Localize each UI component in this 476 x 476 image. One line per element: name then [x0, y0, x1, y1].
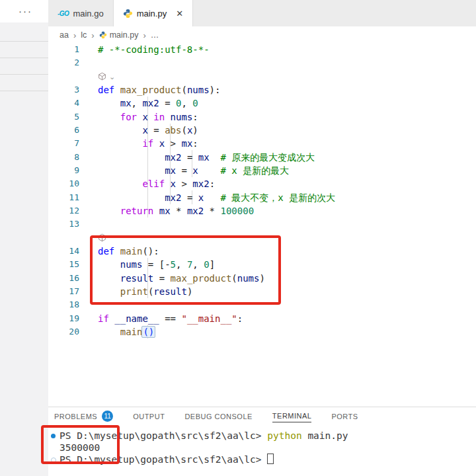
go-file-icon: -GO	[58, 10, 69, 17]
matched-bracket: ()	[141, 326, 155, 338]
code-line[interactable]: 8 mx2 = mx # 原来的最大变成次大	[48, 151, 476, 164]
code-line[interactable]: 1# -*-coding:utf-8-*-	[48, 44, 476, 56]
line-number: 19	[48, 312, 98, 325]
breadcrumb-label: main.py	[110, 30, 139, 40]
code-line[interactable]: 5 for x in nums:	[48, 110, 476, 124]
line-number: 10	[48, 177, 98, 190]
line-number: 11	[48, 191, 98, 204]
panel-tab-label: PROBLEMS	[54, 413, 97, 420]
panel-tab-terminal[interactable]: TERMINAL	[272, 412, 312, 422]
panel-tab-debug-console[interactable]: DEBUG CONSOLE	[184, 413, 252, 422]
code-line[interactable]: 12 return mx * mx2 * 100000	[48, 204, 476, 218]
problems-count-badge: 11	[102, 411, 113, 422]
line-number: 2	[48, 56, 98, 69]
annotation-box-main-function	[90, 235, 281, 305]
tab-label: main.go	[73, 9, 103, 19]
line-number: 3	[48, 83, 98, 97]
breadcrumb-item-more[interactable]: …	[151, 30, 159, 40]
line-number: 20	[48, 325, 98, 338]
line-number: 1	[48, 44, 98, 56]
sidebar-divider	[0, 91, 48, 91]
code-line[interactable]: 9 mx = x # x 是新的最大	[48, 164, 476, 177]
line-number: 6	[48, 124, 98, 137]
code-line[interactable]: 20 main()	[48, 325, 476, 338]
sidebar-divider	[0, 41, 48, 42]
panel-tab-output[interactable]: OUTPUT	[133, 413, 165, 422]
code-line[interactable]: 6 x = abs(x)	[48, 124, 476, 137]
terminal-command: python	[267, 430, 307, 441]
python-file-icon	[99, 31, 107, 39]
breadcrumb-item-mainpy[interactable]: main.py	[99, 30, 139, 40]
line-number: 13	[48, 218, 98, 231]
close-icon[interactable]: ✕	[176, 9, 183, 19]
line-number: 8	[48, 151, 98, 164]
code-line[interactable]: 11 mx2 = x # 最大不变，x 是新的次大	[48, 191, 476, 204]
more-actions-icon[interactable]: ···	[19, 5, 32, 17]
tab-label: main.py	[137, 9, 167, 19]
breadcrumb-separator: ›	[73, 30, 76, 40]
line-number: 4	[48, 97, 98, 110]
code-editor[interactable]: 1# -*-coding:utf-8-*-2⌄3def max_product(…	[48, 44, 476, 407]
terminal-command-arg: main.py	[307, 430, 348, 441]
breadcrumb-item-lc[interactable]: lc	[81, 30, 87, 40]
chevron-down-icon[interactable]: ⌄	[109, 73, 115, 80]
code-line[interactable]: 4 mx, mx2 = 0, 0	[48, 97, 476, 110]
breadcrumb-item-aa[interactable]: aa	[60, 30, 69, 40]
code-line[interactable]: 7 if x > mx:	[48, 137, 476, 150]
line-number: 12	[48, 204, 98, 218]
code-line[interactable]: 19if __name__ == "__main__":	[48, 312, 476, 325]
code-line[interactable]: 3def max_product(nums):	[48, 83, 476, 97]
code-line[interactable]: 10 elif x > mx2:	[48, 177, 476, 190]
breadcrumb-separator: ›	[91, 30, 94, 40]
editor-tab-main-go[interactable]: -GO main.go	[48, 0, 114, 26]
sidebar	[0, 0, 49, 476]
panel-tab-bar: PROBLEMS 11 OUTPUT DEBUG CONSOLE TERMINA…	[48, 407, 476, 427]
line-number: 9	[48, 164, 98, 177]
editor-tab-bar: -GO main.go main.py ✕	[48, 0, 476, 26]
line-number: 5	[48, 110, 98, 124]
code-line[interactable]: 13	[48, 218, 476, 231]
editor-tab-main-py[interactable]: main.py ✕	[114, 0, 193, 26]
annotation-box-terminal-output	[41, 425, 120, 464]
cube-icon[interactable]	[98, 72, 106, 81]
python-file-icon	[123, 9, 133, 19]
breadcrumb: aa › lc › main.py › …	[48, 26, 476, 44]
sidebar-divider	[0, 58, 48, 58]
line-number: 7	[48, 137, 98, 150]
panel-tab-problems[interactable]: PROBLEMS 11	[54, 411, 113, 424]
code-line[interactable]: 2	[48, 56, 476, 69]
editor-decoration-row[interactable]: ⌄	[48, 70, 476, 83]
sidebar-divider	[0, 74, 48, 75]
panel-tab-ports[interactable]: PORTS	[331, 413, 358, 422]
terminal-cursor	[267, 454, 274, 464]
vscode-window: ··· -GO main.go main.py ✕ aa › lc › main…	[0, 0, 476, 476]
breadcrumb-separator: ›	[143, 30, 145, 40]
line-number	[48, 70, 98, 83]
